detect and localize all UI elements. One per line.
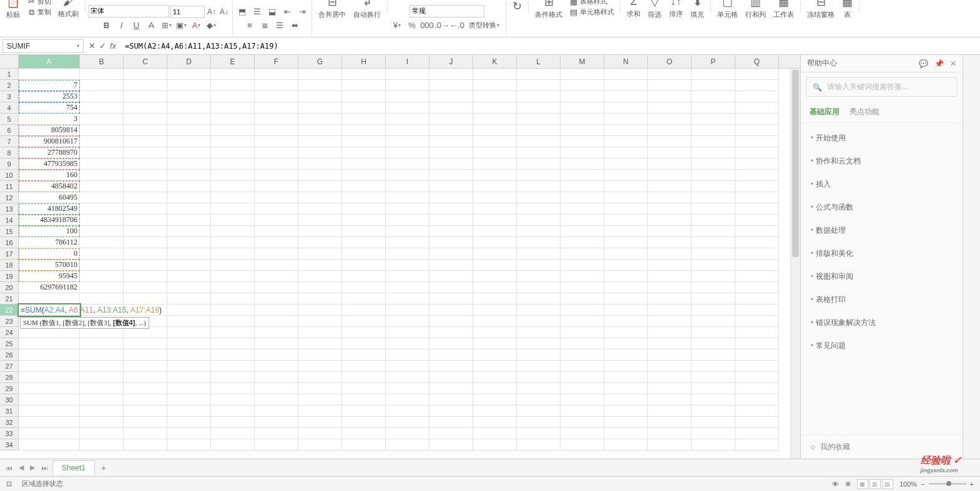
cell[interactable] [604, 203, 648, 215]
cell[interactable] [735, 136, 779, 147]
row-header[interactable]: 10 [0, 170, 19, 181]
cell[interactable] [386, 237, 429, 248]
cell[interactable] [561, 394, 604, 406]
cell[interactable] [429, 316, 473, 327]
vertical-scrollbar[interactable] [790, 69, 800, 459]
row-header[interactable]: 18 [0, 260, 19, 271]
row-header[interactable]: 5 [0, 114, 19, 125]
cell[interactable] [211, 338, 255, 349]
cell[interactable] [604, 237, 648, 248]
cell[interactable] [386, 394, 429, 406]
cell[interactable] [561, 170, 604, 181]
cell[interactable] [517, 136, 561, 147]
cell[interactable] [429, 383, 473, 394]
cell[interactable] [342, 406, 386, 417]
cell[interactable] [692, 125, 735, 136]
cell[interactable]: 4858402 [19, 181, 80, 192]
font-family-select[interactable] [88, 5, 169, 17]
cell[interactable] [211, 316, 255, 327]
cell[interactable] [124, 125, 167, 136]
merge-center-button[interactable]: ⊟合并居中 [315, 0, 350, 21]
decimal-dec-button[interactable]: ←.0 [450, 19, 464, 32]
help-topic-item[interactable]: 公式与函数 [801, 196, 963, 219]
close-icon[interactable]: ✕ [950, 59, 956, 68]
cell[interactable] [735, 158, 779, 170]
cell[interactable] [648, 417, 692, 428]
cell[interactable] [473, 316, 517, 327]
cell[interactable] [167, 406, 211, 417]
cell[interactable] [648, 91, 692, 102]
cell[interactable] [124, 417, 167, 428]
cell[interactable] [604, 91, 648, 102]
cell[interactable]: 6297691182 [19, 282, 80, 293]
cell[interactable] [298, 282, 342, 293]
cell[interactable] [124, 338, 167, 349]
cell[interactable] [604, 394, 648, 406]
cell[interactable] [298, 406, 342, 417]
cell[interactable] [342, 372, 386, 383]
cell[interactable] [604, 260, 648, 271]
cell[interactable] [167, 237, 211, 248]
help-search-input[interactable]: 🔍 请输入关键词搜索答案... [806, 77, 958, 97]
cell[interactable] [429, 327, 473, 338]
bold-button[interactable]: B [100, 19, 114, 32]
cell[interactable] [604, 248, 648, 260]
row-header[interactable]: 25 [0, 338, 19, 349]
row-header[interactable]: 14 [0, 215, 19, 226]
cell[interactable] [80, 406, 124, 417]
cell[interactable] [298, 192, 342, 203]
cell[interactable] [429, 428, 473, 439]
cell[interactable] [255, 125, 298, 136]
cell[interactable] [386, 338, 429, 349]
cell[interactable] [517, 282, 561, 293]
cell[interactable] [298, 361, 342, 372]
column-header[interactable]: M [561, 55, 604, 68]
cell[interactable] [298, 316, 342, 327]
cell[interactable] [735, 181, 779, 192]
font-size-select[interactable] [170, 6, 205, 18]
cell[interactable] [473, 215, 517, 226]
cell[interactable] [648, 192, 692, 203]
cell[interactable] [604, 80, 648, 91]
cell[interactable] [561, 372, 604, 383]
cell[interactable] [167, 170, 211, 181]
cell[interactable] [255, 91, 298, 102]
cell[interactable] [561, 203, 604, 215]
cell[interactable] [604, 349, 648, 361]
cell[interactable] [692, 417, 735, 428]
row-header[interactable]: 21 [0, 293, 19, 304]
cell[interactable] [604, 316, 648, 327]
cell[interactable] [167, 349, 211, 361]
cell[interactable] [692, 406, 735, 417]
cell[interactable] [255, 170, 298, 181]
cell[interactable] [211, 181, 255, 192]
cell[interactable] [80, 417, 124, 428]
cell[interactable] [735, 125, 779, 136]
row-header[interactable]: 31 [0, 406, 19, 417]
cell[interactable] [735, 260, 779, 271]
cell[interactable] [517, 237, 561, 248]
cell[interactable] [167, 181, 211, 192]
cell[interactable] [692, 327, 735, 338]
cell[interactable] [19, 69, 80, 80]
fill-button[interactable]: ⬇填充 [687, 0, 708, 21]
cell[interactable] [735, 192, 779, 203]
cell[interactable] [80, 181, 124, 192]
cell[interactable] [517, 125, 561, 136]
cell[interactable] [604, 226, 648, 237]
number-format-select[interactable] [409, 5, 484, 17]
cell[interactable] [211, 237, 255, 248]
cell[interactable] [342, 248, 386, 260]
cell[interactable] [735, 338, 779, 349]
cell[interactable] [298, 102, 342, 114]
help-topic-item[interactable]: 错误现象解决方法 [801, 311, 963, 334]
cell[interactable] [604, 361, 648, 372]
cell[interactable] [19, 372, 80, 383]
strikethrough-button[interactable]: A̶ [145, 19, 159, 32]
cell[interactable] [561, 215, 604, 226]
cell[interactable] [473, 102, 517, 114]
cell[interactable] [386, 248, 429, 260]
cell[interactable] [386, 147, 429, 158]
column-header[interactable]: L [517, 55, 561, 68]
cell[interactable] [211, 147, 255, 158]
